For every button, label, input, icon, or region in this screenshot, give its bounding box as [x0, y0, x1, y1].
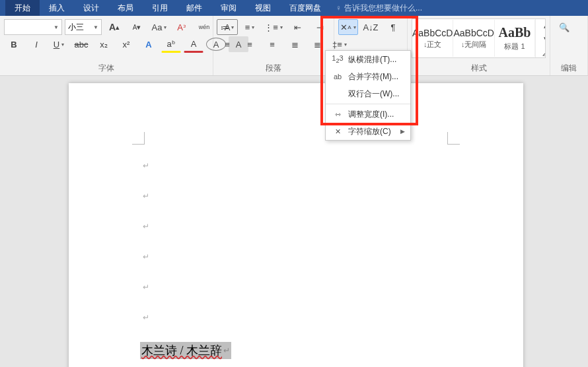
justify-button[interactable]: ≣	[285, 36, 305, 52]
style-gallery[interactable]: AaBbCcD ↓正文 AaBbCcD ↓无间隔 AaBb 标题 1 ▴ ▾ ◿	[412, 18, 546, 58]
scale-icon: ✕	[331, 127, 344, 136]
highlight-button[interactable]: aᵇ	[161, 36, 181, 53]
paragraph-mark: ↵	[143, 283, 149, 292]
page[interactable]: ↵ ↵ ↵ ↵ ↵ ↵ 木兰诗 / 木兰辞 ↵	[69, 83, 523, 367]
increase-indent-button[interactable]: ⇥	[310, 19, 330, 35]
dd-adjust-width[interactable]: ⇿ 调整宽度(I)...	[326, 106, 410, 123]
paragraph-mark: ↵	[143, 252, 149, 261]
dd-horizontal-vertical[interactable]: 123 纵横混排(T)...	[326, 51, 410, 68]
dd-two-lines[interactable]: 双行合一(W)...	[326, 85, 410, 102]
style-heading1[interactable]: AaBb 标题 1	[495, 20, 535, 57]
clear-format-button[interactable]: Aᵌ	[172, 19, 192, 35]
tab-home[interactable]: 开始	[5, 0, 40, 16]
asian-layout-dropdown: 123 纵横混排(T)... ab 合并字符(M)... 双行合一(W)... …	[325, 50, 411, 141]
paragraph-mark: ↵	[143, 313, 149, 322]
bold-button[interactable]: B	[4, 36, 24, 52]
align-left-button[interactable]: ≡	[217, 36, 237, 52]
subscript-button[interactable]: x₂	[94, 36, 114, 52]
distribute-button[interactable]: ≣	[307, 36, 327, 52]
asian-layout-button[interactable]: ✕A▾	[338, 19, 358, 35]
style-expand[interactable]: ◿	[536, 45, 546, 58]
find-button[interactable]: 🔍	[554, 19, 574, 35]
group-styles: AaBbCcD ↓正文 AaBbCcD ↓无间隔 AaBb 标题 1 ▴ ▾ ◿…	[408, 16, 550, 75]
style-no-spacing[interactable]: AaBbCcD ↓无间隔	[453, 20, 494, 57]
tab-mail[interactable]: 邮件	[177, 0, 211, 16]
show-marks-button[interactable]: ¶	[383, 19, 403, 35]
shrink-font-button[interactable]: A▾	[127, 19, 147, 35]
style-scroll-down[interactable]: ▾	[536, 32, 546, 45]
font-name-combo[interactable]: ▼	[4, 19, 62, 35]
group-paragraph-label: 段落	[217, 61, 330, 75]
style-scroll-up[interactable]: ▴	[536, 18, 546, 32]
lightbulb-icon: ♀	[336, 3, 342, 13]
tell-me-search[interactable]: ♀ 告诉我您想要做什么...	[336, 3, 422, 14]
ribbon: ▼ 小三▼ A▴ A▾ Aa▾ Aᵌ wén A B I U▾ abc x₂ x…	[0, 16, 588, 76]
dd-separator	[326, 104, 410, 104]
style-normal[interactable]: AaBbCcD ↓正文	[412, 20, 453, 57]
selected-text[interactable]: 木兰诗 / 木兰辞 ↵	[140, 342, 231, 359]
chevron-down-icon: ▼	[54, 24, 59, 30]
group-styles-label: 样式	[412, 61, 546, 75]
superscript-button[interactable]: x²	[116, 36, 136, 52]
paragraph-mark: ↵	[143, 222, 149, 231]
multilevel-button[interactable]: ⋮≡▾	[262, 19, 285, 35]
tab-view[interactable]: 视图	[246, 0, 280, 16]
group-paragraph: ≔▾ ≡▾ ⋮≡▾ ⇤ ⇥ ≡ ≡ ≡ ≣ ≣ ‡≡▾ 段落	[213, 16, 334, 75]
font-color-button[interactable]: A	[184, 36, 203, 53]
strike-button[interactable]: abc	[71, 36, 91, 52]
tab-insert[interactable]: 插入	[40, 0, 74, 16]
margin-corner-tl	[132, 132, 145, 145]
tell-me-placeholder: 告诉我您想要做什么...	[344, 3, 422, 14]
italic-button[interactable]: I	[26, 36, 46, 52]
group-editing-label: 编辑	[554, 61, 583, 75]
text-effects-button[interactable]: A	[139, 36, 159, 52]
chevron-down-icon: ▼	[93, 24, 98, 30]
margin-corner-tr	[447, 132, 460, 145]
phonetic-guide-button[interactable]: wén	[194, 19, 214, 35]
tab-references[interactable]: 引用	[143, 0, 177, 16]
change-case-button[interactable]: Aa▾	[149, 19, 169, 35]
ribbon-tabs: 开始 插入 设计 布局 引用 邮件 审阅 视图 百度网盘 ♀ 告诉我您想要做什么…	[0, 0, 588, 16]
align-right-button[interactable]: ≡	[262, 36, 282, 52]
tab-review[interactable]: 审阅	[211, 0, 246, 16]
underline-button[interactable]: U▾	[49, 36, 69, 52]
group-editing: 🔍 编辑	[550, 16, 588, 75]
font-size-combo[interactable]: 小三▼	[65, 19, 102, 35]
dd-char-scale[interactable]: ✕ 字符缩放(C) ▶	[326, 123, 410, 140]
dd-combine-chars[interactable]: ab 合并字符(M)...	[326, 68, 410, 85]
document-canvas[interactable]: ↵ ↵ ↵ ↵ ↵ ↵ 木兰诗 / 木兰辞 ↵	[0, 78, 588, 367]
tab-layout[interactable]: 布局	[108, 0, 143, 16]
submenu-arrow-icon: ▶	[400, 128, 405, 135]
bullets-button[interactable]: ≔▾	[217, 19, 237, 35]
selected-text-content: 木兰诗 / 木兰辞	[141, 343, 222, 358]
combine-icon: ab	[331, 73, 344, 81]
tab-design[interactable]: 设计	[74, 0, 108, 16]
tab-baidu[interactable]: 百度网盘	[280, 0, 330, 16]
width-icon: ⇿	[331, 110, 344, 119]
align-center-button[interactable]: ≡	[240, 36, 260, 52]
decrease-indent-button[interactable]: ⇤	[287, 19, 307, 35]
group-font: ▼ 小三▼ A▴ A▾ Aa▾ Aᵌ wén A B I U▾ abc x₂ x…	[0, 16, 213, 75]
grow-font-button[interactable]: A▴	[104, 19, 124, 35]
paragraph-mark: ↵	[143, 191, 149, 201]
numbering-button[interactable]: ≡▾	[240, 19, 260, 35]
group-font-label: 字体	[4, 61, 209, 75]
paragraph-mark: ↵	[143, 161, 149, 170]
sort-button[interactable]: A↓Z	[361, 19, 381, 35]
paragraph-mark: ↵	[223, 346, 230, 356]
hv-mix-icon: 123	[331, 54, 344, 64]
